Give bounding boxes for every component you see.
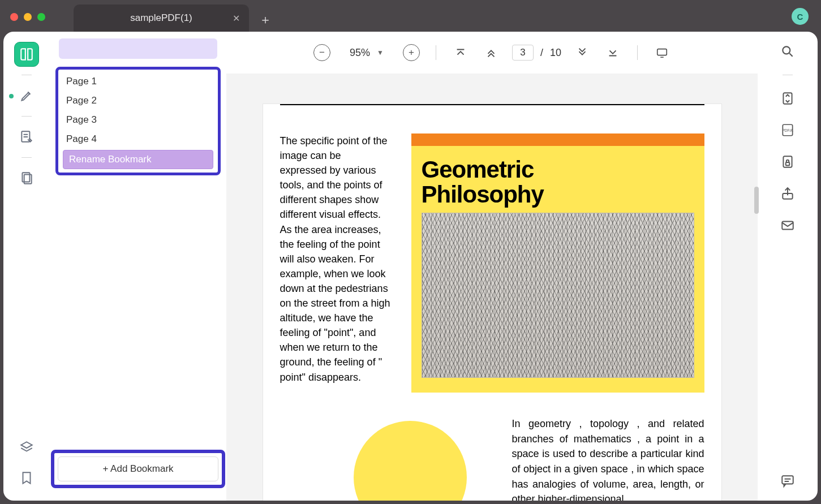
pages-icon (19, 171, 34, 186)
document-viewport[interactable]: The specific point of the image can be e… (226, 74, 758, 501)
comments-button[interactable] (778, 471, 797, 490)
document-page: The specific point of the image can be e… (263, 104, 721, 501)
total-pages: 10 (550, 47, 561, 59)
pdfa-icon: PDF/A (780, 123, 795, 137)
tab-title: samplePDF(1) (130, 12, 192, 24)
first-page-button[interactable] (451, 43, 470, 62)
zoom-value: 95% (350, 47, 370, 59)
bookmark-item[interactable]: Page 3 (61, 110, 216, 130)
pdfa-button[interactable]: PDF/A (778, 120, 797, 140)
bookmarks-panel-button[interactable] (14, 42, 39, 67)
toolbar-divider (637, 45, 638, 60)
rail-divider (783, 75, 793, 75)
comment-icon (780, 473, 795, 488)
svg-rect-11 (782, 222, 793, 230)
bookmark-icon (19, 471, 34, 485)
svg-point-4 (783, 46, 790, 54)
bookmark-item[interactable]: Page 2 (61, 91, 216, 110)
hero-panel: Geometric Philosophy (411, 146, 704, 393)
sidebar-search-input[interactable] (59, 38, 217, 59)
plus-circle-icon: + (403, 44, 420, 61)
avatar-letter: C (797, 12, 803, 21)
presentation-icon (656, 46, 668, 59)
rename-bookmark-input[interactable]: Rename Bookmark (63, 150, 213, 169)
highlighter-tool-button[interactable] (14, 83, 39, 108)
svg-rect-9 (786, 162, 790, 165)
svg-rect-3 (657, 49, 667, 55)
search-button[interactable] (778, 42, 797, 61)
protect-button[interactable] (778, 152, 797, 171)
left-tool-rail (3, 32, 50, 501)
rail-divider (22, 157, 32, 158)
highlighter-icon (19, 88, 34, 103)
bookmark-item[interactable]: Page 1 (61, 72, 216, 91)
app-window: Page 1 Page 2 Page 3 Page 4 Rename Bookm… (3, 32, 818, 501)
chevron-down-icon: ▼ (377, 49, 384, 57)
page-indicator: 3 / 10 (512, 45, 561, 61)
chevrons-down-icon (576, 46, 588, 59)
chevron-up-bar-icon (454, 46, 467, 59)
hero-block: Geometric Philosophy (411, 133, 704, 393)
prev-page-button[interactable] (482, 43, 501, 62)
current-page-input[interactable]: 3 (512, 45, 534, 61)
next-page-button[interactable] (573, 43, 592, 62)
svg-text:PDF/A: PDF/A (782, 128, 793, 132)
share-icon (780, 186, 795, 201)
minimize-window-button[interactable] (24, 13, 32, 21)
body-text-left: The specific point of the image can be e… (280, 133, 391, 393)
svg-rect-12 (782, 476, 793, 484)
hero-image (422, 213, 694, 378)
close-tab-icon[interactable]: ✕ (233, 13, 240, 24)
rail-divider (22, 116, 32, 117)
hero-title-line2: Philosophy (422, 182, 694, 207)
last-page-button[interactable] (603, 43, 622, 62)
document-toolbar: − 95% ▼ + 3 / 10 (226, 37, 758, 68)
edit-document-icon (19, 130, 34, 144)
bookmarks-sidebar: Page 1 Page 2 Page 3 Page 4 Rename Bookm… (50, 32, 226, 501)
zoom-select[interactable]: 95% ▼ (343, 47, 390, 59)
document-rule (280, 104, 704, 105)
titlebar: samplePDF(1) ✕ ＋ C (0, 0, 821, 34)
book-open-icon (19, 47, 34, 62)
yellow-circle-graphic (354, 421, 467, 501)
toolbar-divider (436, 45, 436, 60)
chevron-down-bar-icon (607, 46, 619, 59)
new-tab-button[interactable]: ＋ (259, 11, 272, 28)
minus-circle-icon: − (313, 44, 330, 61)
right-tool-rail: PDF/A (758, 32, 818, 501)
file-lock-icon (780, 154, 795, 169)
maximize-window-button[interactable] (37, 13, 45, 21)
user-avatar[interactable]: C (792, 8, 809, 25)
hero-title-line1: Geometric (422, 157, 694, 182)
share-button[interactable] (778, 184, 797, 203)
page-separator: / (540, 47, 543, 59)
search-icon (780, 44, 795, 59)
convert-icon (780, 91, 795, 106)
edit-tool-button[interactable] (14, 124, 39, 149)
hero-stripe (411, 133, 704, 146)
zoom-in-button[interactable]: + (402, 43, 421, 62)
bookmark-button[interactable] (14, 466, 39, 490)
pages-tool-button[interactable] (14, 166, 39, 191)
layers-button[interactable] (14, 435, 39, 460)
rail-divider (22, 75, 32, 75)
add-bookmark-highlight: + Add Bookmark (51, 450, 225, 488)
chevrons-up-icon (485, 46, 497, 59)
active-indicator-dot (9, 94, 14, 98)
bookmark-list-highlight: Page 1 Page 2 Page 3 Page 4 Rename Bookm… (55, 67, 221, 175)
email-button[interactable] (778, 216, 797, 235)
close-window-button[interactable] (10, 13, 18, 21)
add-bookmark-button[interactable]: + Add Bookmark (58, 456, 218, 481)
presentation-button[interactable] (652, 43, 672, 62)
body-text-right: In geometry , topology , and related bra… (512, 416, 704, 501)
mail-icon (780, 218, 795, 232)
bookmark-item[interactable]: Page 4 (61, 130, 216, 149)
window-controls (10, 13, 45, 21)
layers-icon (19, 440, 34, 455)
document-tab[interactable]: samplePDF(1) ✕ (74, 5, 249, 32)
convert-button[interactable] (778, 89, 797, 108)
zoom-out-button[interactable]: − (312, 43, 332, 62)
